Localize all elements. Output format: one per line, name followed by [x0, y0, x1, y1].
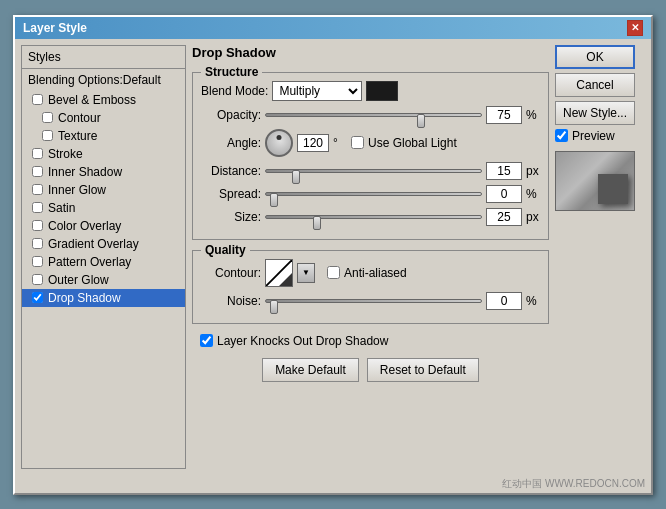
sidebar-item-bevel-emboss[interactable]: Bevel & Emboss — [22, 91, 185, 109]
sidebar-item-satin[interactable]: Satin — [22, 199, 185, 217]
sidebar-item-stroke[interactable]: Stroke — [22, 145, 185, 163]
new-style-button[interactable]: New Style... — [555, 101, 635, 125]
middle-panel: Drop Shadow Structure Blend Mode: Multip… — [192, 45, 549, 469]
blend-mode-select[interactable]: Multiply Normal Dissolve — [272, 81, 362, 101]
size-input[interactable] — [486, 208, 522, 226]
sidebar-item-gradient-overlay[interactable]: Gradient Overlay — [22, 235, 185, 253]
noise-slider-thumb[interactable] — [270, 300, 278, 314]
anti-aliased-label[interactable]: Anti-aliased — [327, 266, 407, 280]
sidebar-item-inner-shadow[interactable]: Inner Shadow — [22, 163, 185, 181]
size-slider-track — [265, 215, 482, 219]
structure-section: Structure Blend Mode: Multiply Normal Di… — [192, 72, 549, 240]
pattern-overlay-label: Pattern Overlay — [48, 255, 131, 269]
sidebar-item-contour[interactable]: Contour — [22, 109, 185, 127]
contour-dropdown-arrow[interactable]: ▼ — [297, 263, 315, 283]
blend-mode-select-wrapper: Multiply Normal Dissolve — [272, 81, 362, 101]
sidebar-item-texture[interactable]: Texture — [22, 127, 185, 145]
layer-style-dialog: Layer Style ✕ Styles Blending Options:De… — [13, 15, 653, 495]
size-slider-thumb[interactable] — [313, 216, 321, 230]
bevel-emboss-checkbox[interactable] — [32, 94, 43, 105]
opacity-slider-thumb[interactable] — [417, 114, 425, 128]
blending-options-label[interactable]: Blending Options:Default — [22, 69, 185, 91]
pattern-overlay-checkbox[interactable] — [32, 256, 43, 267]
inner-shadow-checkbox[interactable] — [32, 166, 43, 177]
title-bar: Layer Style ✕ — [15, 17, 651, 39]
opacity-slider-track — [265, 113, 482, 117]
noise-slider-container[interactable] — [265, 293, 482, 309]
shadow-color-swatch[interactable] — [366, 81, 398, 101]
size-label: Size: — [201, 210, 261, 224]
sidebar-item-outer-glow[interactable]: Outer Glow — [22, 271, 185, 289]
outer-glow-checkbox[interactable] — [32, 274, 43, 285]
gradient-overlay-label: Gradient Overlay — [48, 237, 139, 251]
global-light-checkbox[interactable] — [351, 136, 364, 149]
left-panel: Styles Blending Options:Default Bevel & … — [21, 45, 186, 469]
bevel-emboss-label: Bevel & Emboss — [48, 93, 136, 107]
reset-default-button[interactable]: Reset to Default — [367, 358, 479, 382]
inner-glow-checkbox[interactable] — [32, 184, 43, 195]
sidebar-item-inner-glow[interactable]: Inner Glow — [22, 181, 185, 199]
distance-label: Distance: — [201, 164, 261, 178]
distance-slider-thumb[interactable] — [292, 170, 300, 184]
noise-unit: % — [526, 294, 540, 308]
make-default-button[interactable]: Make Default — [262, 358, 359, 382]
blend-mode-row: Blend Mode: Multiply Normal Dissolve — [201, 81, 540, 101]
spread-row: Spread: % — [201, 185, 540, 203]
layer-knocks-label[interactable]: Layer Knocks Out Drop Shadow — [200, 334, 388, 348]
size-unit: px — [526, 210, 540, 224]
noise-input[interactable] — [486, 292, 522, 310]
size-slider-container[interactable] — [265, 209, 482, 225]
anti-aliased-text: Anti-aliased — [344, 266, 407, 280]
global-light-text: Use Global Light — [368, 136, 457, 150]
opacity-unit: % — [526, 108, 540, 122]
texture-checkbox[interactable] — [42, 130, 53, 141]
contour-preview[interactable] — [265, 259, 293, 287]
contour-checkbox[interactable] — [42, 112, 53, 123]
global-light-label[interactable]: Use Global Light — [351, 136, 457, 150]
inner-glow-label: Inner Glow — [48, 183, 106, 197]
distance-input[interactable] — [486, 162, 522, 180]
distance-slider-container[interactable] — [265, 163, 482, 179]
cancel-button[interactable]: Cancel — [555, 73, 635, 97]
texture-label: Texture — [58, 129, 97, 143]
angle-row: Angle: ° Use Global Light — [201, 129, 540, 157]
angle-unit: ° — [333, 136, 347, 150]
spread-unit: % — [526, 187, 540, 201]
close-button[interactable]: ✕ — [627, 20, 643, 36]
sidebar-item-pattern-overlay[interactable]: Pattern Overlay — [22, 253, 185, 271]
spread-slider-track — [265, 192, 482, 196]
ok-button[interactable]: OK — [555, 45, 635, 69]
sidebar-item-color-overlay[interactable]: Color Overlay — [22, 217, 185, 235]
structure-label: Structure — [201, 65, 262, 79]
preview-box — [555, 151, 635, 211]
noise-label: Noise: — [201, 294, 261, 308]
opacity-input[interactable] — [486, 106, 522, 124]
dialog-title: Layer Style — [23, 21, 87, 35]
drop-shadow-title: Drop Shadow — [192, 45, 549, 60]
spread-label: Spread: — [201, 187, 261, 201]
contour-label: Contour — [58, 111, 101, 125]
noise-slider-track — [265, 299, 482, 303]
bottom-buttons: Make Default Reset to Default — [192, 358, 549, 382]
spread-input[interactable] — [486, 185, 522, 203]
preview-checkbox[interactable] — [555, 129, 568, 142]
spread-slider-container[interactable] — [265, 186, 482, 202]
gradient-overlay-checkbox[interactable] — [32, 238, 43, 249]
opacity-slider-container[interactable] — [265, 107, 482, 123]
spread-slider-thumb[interactable] — [270, 193, 278, 207]
satin-label: Satin — [48, 201, 75, 215]
outer-glow-label: Outer Glow — [48, 273, 109, 287]
drop-shadow-checkbox[interactable] — [32, 292, 43, 303]
drop-shadow-label: Drop Shadow — [48, 291, 121, 305]
layer-knocks-checkbox[interactable] — [200, 334, 213, 347]
stroke-checkbox[interactable] — [32, 148, 43, 159]
angle-wheel[interactable] — [265, 129, 293, 157]
content-area: Styles Blending Options:Default Bevel & … — [15, 39, 651, 475]
angle-label: Angle: — [201, 136, 261, 150]
color-overlay-checkbox[interactable] — [32, 220, 43, 231]
satin-checkbox[interactable] — [32, 202, 43, 213]
opacity-label: Opacity: — [201, 108, 261, 122]
anti-aliased-checkbox[interactable] — [327, 266, 340, 279]
sidebar-item-drop-shadow[interactable]: Drop Shadow — [22, 289, 185, 307]
angle-input[interactable] — [297, 134, 329, 152]
